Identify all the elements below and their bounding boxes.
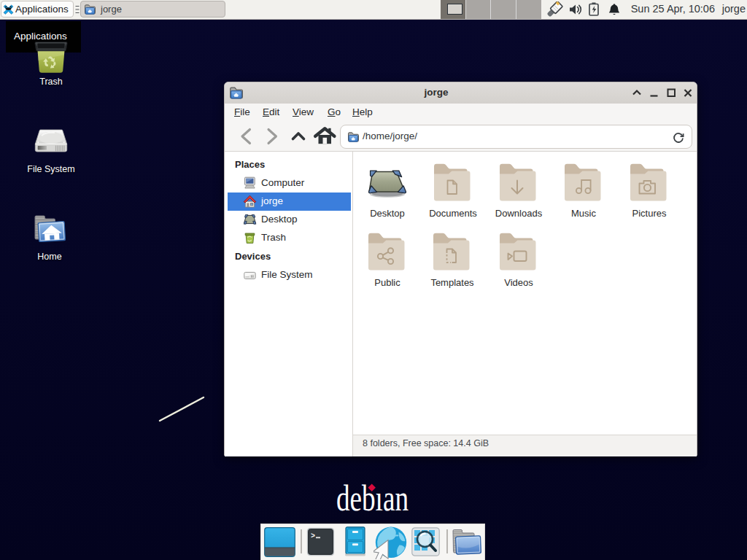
svg-text:>: > <box>311 532 315 540</box>
svg-text:debıan: debıan <box>336 478 409 518</box>
